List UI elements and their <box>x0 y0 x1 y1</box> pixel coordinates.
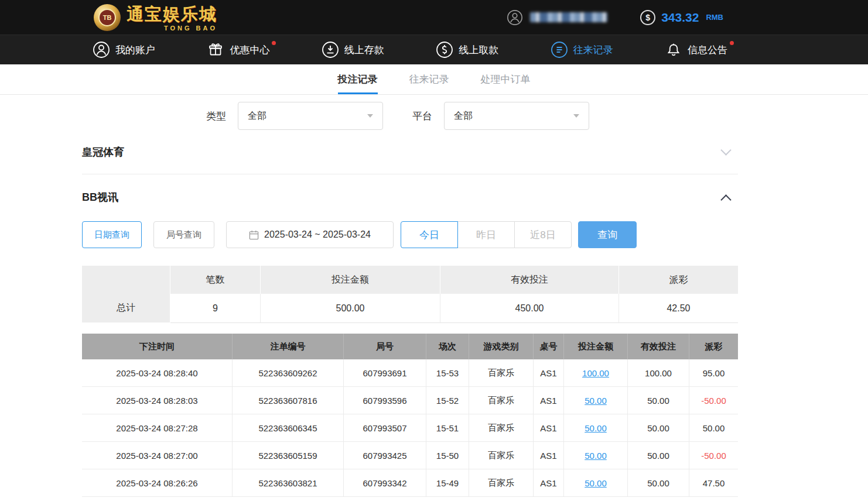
last-8-days-button[interactable]: 近8日 <box>514 221 572 248</box>
cell-bet-time: 2025-03-24 08:27:28 <box>82 414 233 442</box>
site-logo[interactable]: TB 通宝娱乐城 TONG BAO <box>94 3 217 32</box>
cell-bet-time: 2025-03-24 08:28:03 <box>82 387 233 414</box>
nav-item-transaction-records[interactable]: 往来记录 <box>551 41 613 59</box>
type-label: 类型 <box>206 109 226 123</box>
bet-amount-link[interactable]: 50.00 <box>564 442 628 469</box>
nav-item-my-account[interactable]: 我的账户 <box>93 41 155 59</box>
table-row: 2025-03-24 08:26:26 522363603821 6079933… <box>82 469 738 497</box>
logo-subtitle: TONG BAO <box>127 25 217 32</box>
summary-count: 9 <box>170 294 261 323</box>
bet-table-header: 下注时间 注单编号 局号 场次 游戏类别 桌号 投注金额 有效投注 派彩 <box>82 334 738 359</box>
platform-select-value: 全部 <box>454 110 473 122</box>
table-row: 2025-03-24 08:28:40 522363609262 6079936… <box>82 359 738 387</box>
platform-select[interactable]: 全部 <box>444 102 589 130</box>
account-menu[interactable] <box>507 9 607 26</box>
cell-bet-id: 522363607816 <box>233 387 344 414</box>
deposit-coin-icon <box>322 41 339 59</box>
date-range-value: 2025-03-24 ~ 2025-03-24 <box>264 229 371 240</box>
cell-game-type: 百家乐 <box>469 387 534 414</box>
summary-header-payout: 派彩 <box>619 266 738 294</box>
balance-currency: RMB <box>706 13 723 22</box>
yesterday-button[interactable]: 昨日 <box>457 221 515 248</box>
cell-valid-bet: 50.00 <box>628 442 689 469</box>
col-table-no: 桌号 <box>534 334 564 359</box>
cell-session: 15-53 <box>426 359 469 387</box>
cell-valid-bet: 50.00 <box>628 414 689 442</box>
chevron-down-icon <box>720 145 731 155</box>
gift-icon <box>207 41 224 59</box>
tab-processing-orders[interactable]: 处理中订单 <box>481 64 531 94</box>
summary-valid-bet: 450.00 <box>440 294 619 323</box>
section-crown-sports[interactable]: 皇冠体育 <box>82 130 738 174</box>
nav-item-promotions[interactable]: 优惠中心 <box>207 41 269 59</box>
cell-bet-time: 2025-03-24 08:27:00 <box>82 442 233 469</box>
cell-session: 15-51 <box>426 414 469 442</box>
bet-records-table: 下注时间 注单编号 局号 场次 游戏类别 桌号 投注金额 有效投注 派彩 202… <box>82 334 738 497</box>
cell-payout: 50.00 <box>689 414 738 442</box>
withdraw-coin-icon <box>436 41 453 59</box>
cell-session: 15-52 <box>426 387 469 414</box>
tab-transaction-records[interactable]: 往来记录 <box>409 64 449 94</box>
summary-header-empty <box>82 266 170 294</box>
top-bar: TB 通宝娱乐城 TONG BAO $ 343.32 RMB <box>0 0 868 35</box>
record-tabs: 投注记录 往来记录 处理中订单 <box>0 64 868 95</box>
cell-table-no: AS1 <box>534 359 564 387</box>
col-bet-id: 注单编号 <box>233 334 344 359</box>
section-bb-video[interactable]: BB视讯 <box>82 174 738 220</box>
col-round-no: 局号 <box>344 334 426 359</box>
type-select-value: 全部 <box>248 110 266 122</box>
search-button[interactable]: 查询 <box>578 221 637 248</box>
cell-bet-time: 2025-03-24 08:28:40 <box>82 359 233 387</box>
nav-item-announcements[interactable]: 信息公告 <box>665 41 727 59</box>
logo-coin-icon: TB <box>94 4 121 31</box>
cell-bet-id: 522363606345 <box>233 414 344 442</box>
cell-valid-bet: 100.00 <box>628 359 689 387</box>
records-icon <box>551 41 568 59</box>
query-controls: 日期查询 局号查询 2025-03-24 ~ 2025-03-24 今日 昨日 … <box>82 221 738 248</box>
summary-header-valid-bet: 有效投注 <box>440 266 619 294</box>
bet-amount-link[interactable]: 50.00 <box>564 414 628 442</box>
cell-valid-bet: 50.00 <box>628 387 689 414</box>
section-title: BB视讯 <box>82 190 118 204</box>
date-query-button[interactable]: 日期查询 <box>82 221 142 248</box>
table-row: 2025-03-24 08:28:03 522363607816 6079935… <box>82 387 738 414</box>
bet-table-body: 2025-03-24 08:28:40 522363609262 6079936… <box>82 359 738 497</box>
col-valid-bet: 有效投注 <box>628 334 689 359</box>
notification-dot <box>730 41 734 45</box>
bet-amount-link[interactable]: 100.00 <box>564 359 628 387</box>
bet-amount-link[interactable]: 50.00 <box>564 387 628 414</box>
cell-session: 15-49 <box>426 469 469 497</box>
cell-payout: 47.50 <box>689 469 738 497</box>
cell-game-type: 百家乐 <box>469 414 534 442</box>
summary-header-count: 笔数 <box>170 266 261 294</box>
user-circle-icon <box>93 41 110 59</box>
cell-bet-id: 522363609262 <box>233 359 344 387</box>
calendar-icon <box>249 230 259 240</box>
cell-game-type: 百家乐 <box>469 442 534 469</box>
chevron-down-icon <box>367 114 373 118</box>
cell-round-no: 607993507 <box>344 414 426 442</box>
today-button[interactable]: 今日 <box>401 221 458 248</box>
col-bet-time: 下注时间 <box>82 334 233 359</box>
bell-icon <box>665 41 682 59</box>
cell-game-type: 百家乐 <box>469 359 534 387</box>
cell-payout: -50.00 <box>689 442 738 469</box>
chevron-down-icon <box>573 114 579 118</box>
type-select[interactable]: 全部 <box>238 102 383 130</box>
tab-betting-records[interactable]: 投注记录 <box>338 64 378 94</box>
cell-payout: -50.00 <box>689 387 738 414</box>
date-range-input[interactable]: 2025-03-24 ~ 2025-03-24 <box>226 221 394 248</box>
round-query-button[interactable]: 局号查询 <box>153 221 214 248</box>
col-game-type: 游戏类别 <box>469 334 534 359</box>
cell-table-no: AS1 <box>534 442 564 469</box>
nav-item-withdraw[interactable]: 线上取款 <box>436 41 498 59</box>
user-icon <box>507 9 523 26</box>
cell-game-type: 百家乐 <box>469 469 534 497</box>
table-row: 2025-03-24 08:27:28 522363606345 6079935… <box>82 414 738 442</box>
nav-item-deposit[interactable]: 线上存款 <box>322 41 384 59</box>
logo-title: 通宝娱乐城 <box>127 3 217 26</box>
bet-amount-link[interactable]: 50.00 <box>564 469 628 497</box>
cell-bet-id: 522363605159 <box>233 442 344 469</box>
table-row: 2025-03-24 08:27:00 522363605159 6079934… <box>82 442 738 469</box>
username-redacted[interactable] <box>530 12 607 22</box>
